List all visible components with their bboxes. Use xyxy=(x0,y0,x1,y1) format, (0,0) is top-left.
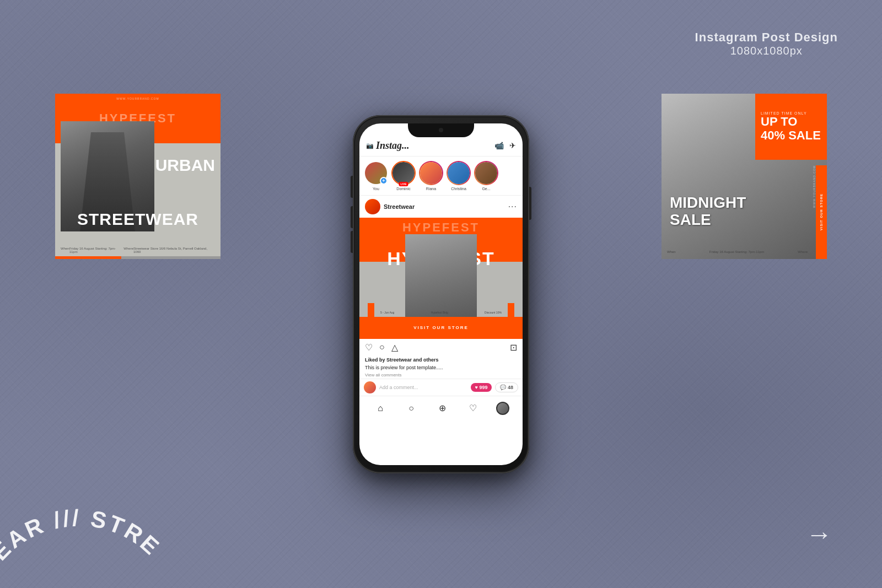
story-inner-christina xyxy=(448,162,470,184)
phone-outer: 📷 Instag... 📹 ✈ + You xyxy=(353,115,529,473)
story-item-christina[interactable]: Christina xyxy=(447,161,471,191)
right-card-sale-text: UP TO40% SALE xyxy=(761,115,821,142)
story-item-you[interactable]: + You xyxy=(364,161,388,191)
phone-screen: 📷 Instag... 📹 ✈ + You xyxy=(359,123,523,465)
left-card-bottom-bar xyxy=(55,256,220,259)
right-card-sale-block: LIMITED TIME ONLY UP TO40% SALE xyxy=(755,94,827,160)
poster-info: Streetwear xyxy=(365,199,415,214)
like-icon[interactable]: ♡ xyxy=(365,342,373,353)
poster-avatar xyxy=(365,199,380,214)
svg-text:WEAR /// STRE: WEAR /// STRE xyxy=(0,505,165,585)
top-label: Instagram Post Design 1080x1080px xyxy=(695,30,838,57)
left-card-when-label: When xyxy=(61,247,69,253)
story-item-ge[interactable]: Ge... xyxy=(474,161,498,191)
left-card-when-value: Friday 16 August Starting: 7pm-11pm xyxy=(69,247,124,253)
phone-mockup: 📷 Instag... 📹 ✈ + You xyxy=(353,115,529,473)
post-hypefest-ghost: HYPEFEST xyxy=(359,220,523,235)
comment-input[interactable]: Add a comment... xyxy=(379,385,467,390)
ig-nav-bar: ⌂ ○ ⊕ ♡ xyxy=(359,396,523,420)
story-inner-ge xyxy=(475,162,497,184)
story-label-ge: Ge... xyxy=(482,187,490,191)
ig-actions: ♡ ○ △ ⊡ xyxy=(359,339,523,356)
story-avatar-ge xyxy=(474,161,498,185)
ig-view-comments[interactable]: View all comments xyxy=(359,371,523,379)
bookmark-icon[interactable]: ⊡ xyxy=(510,343,517,352)
camera-icon: 📷 xyxy=(366,142,374,149)
ig-header-icons: 📹 ✈ xyxy=(494,141,516,150)
post-info-col2: Hypefest Bldg xyxy=(431,311,448,314)
curved-text: WEAR /// STRE xyxy=(0,417,165,588)
ig-add-comment: Add a comment... ♥ 999 💬 48 xyxy=(359,379,523,396)
top-label-title: Instagram Post Design xyxy=(695,30,838,45)
right-card-website: WWW.YOURBRAND.COM xyxy=(813,165,816,208)
ig-right-actions: ⊡ xyxy=(510,342,517,353)
nav-home-icon[interactable]: ⌂ xyxy=(373,401,388,416)
post-info-col1: 5 - Jun Aug xyxy=(380,311,394,314)
ig-logo: 📷 Instag... xyxy=(366,140,410,152)
story-inner-riana xyxy=(420,162,442,184)
instagram-ui: 📷 Instag... 📹 ✈ + You xyxy=(359,123,523,465)
story-item-dominic[interactable]: LIVE Dominic xyxy=(391,161,416,191)
story-label-you: You xyxy=(373,187,379,191)
nav-search-icon[interactable]: ○ xyxy=(404,401,419,416)
left-card-where-value: Streetwear Store 16/6 Nebula St, Parnell… xyxy=(133,247,215,253)
post-center-photo xyxy=(405,234,477,320)
top-label-subtitle: 1080x1080px xyxy=(695,45,838,57)
story-avatar-christina xyxy=(447,161,471,185)
left-card-bottom-info: When Friday 16 August Starting: 7pm-11pm… xyxy=(61,247,215,253)
right-card-midnight: MIDNIGHTSALE xyxy=(670,195,746,229)
add-story-icon: + xyxy=(380,177,388,185)
ig-left-actions: ♡ ○ △ xyxy=(365,342,398,353)
post-visit-text: VISIT OUR STORE xyxy=(413,325,469,330)
left-card-where-label: Where xyxy=(123,247,133,253)
story-avatar-you: + xyxy=(364,161,388,185)
left-card-urban: URBAN xyxy=(155,157,215,174)
story-label-christina: Christina xyxy=(451,187,466,191)
left-card: WWW.YOURBRAND.COM HYPEFEST URBAN STREETW… xyxy=(55,94,220,259)
post-orange-accent-right xyxy=(508,303,514,317)
ig-post-header: Streetwear ··· xyxy=(359,196,523,218)
right-card-visit-text: VISIT OUR STORE xyxy=(820,193,823,230)
post-more-icon[interactable]: ··· xyxy=(508,202,517,212)
poster-name: Streetwear xyxy=(384,203,415,210)
story-label-riana: Riana xyxy=(426,187,436,191)
left-card-streetwear: STREETWEAR xyxy=(55,210,220,229)
arrow-icon[interactable]: → xyxy=(806,519,832,549)
post-orange-footer: VISIT OUR STORE xyxy=(359,317,523,339)
ig-caption: This is preview for post template..... xyxy=(359,364,523,371)
share-icon[interactable]: △ xyxy=(391,342,398,353)
right-card-where-label: Where xyxy=(798,250,808,253)
post-info-row: 5 - Jun Aug Hypefest Bldg Discount 10% xyxy=(359,311,523,314)
like-counter: ♥ 999 xyxy=(471,383,492,392)
live-badge-dominic: LIVE xyxy=(399,182,408,186)
left-card-website: WWW.YOURBRAND.COM xyxy=(55,97,220,100)
phone-notch xyxy=(408,123,474,137)
story-inner-dominic xyxy=(392,162,415,184)
nav-heart-icon[interactable]: ♡ xyxy=(465,401,481,416)
ig-stories: + You LIVE Dominic xyxy=(359,157,523,196)
nav-profile-avatar[interactable] xyxy=(496,402,509,415)
story-item-riana[interactable]: Riana xyxy=(419,161,443,191)
ig-logo-text: Instag... xyxy=(376,140,410,152)
right-card-visit-store: VISIT OUR STORE xyxy=(816,165,827,259)
ig-likes: Liked by Streetwear and others xyxy=(359,356,523,364)
nav-add-icon[interactable]: ⊕ xyxy=(434,401,450,416)
send-icon[interactable]: ✈ xyxy=(509,141,516,150)
comment-counter: 💬 48 xyxy=(495,382,518,392)
right-card-when-value: Friday 16 August Starting: 7pm-11pm xyxy=(709,250,764,253)
story-avatar-riana xyxy=(419,161,443,185)
right-card: LIMITED TIME ONLY UP TO40% SALE MIDNIGHT… xyxy=(662,94,827,259)
story-avatar-dominic: LIVE xyxy=(391,161,416,185)
video-icon[interactable]: 📹 xyxy=(494,141,504,150)
post-image: HYPEFEST WWW.YOURBRAND.COM HYPEFEST 5 - … xyxy=(359,218,523,339)
post-orange-accent-left xyxy=(368,303,374,317)
right-card-bottom-info: When Friday 16 August Starting: 7pm-11pm… xyxy=(667,250,808,253)
story-label-dominic: Dominic xyxy=(396,187,410,191)
comment-icon[interactable]: ○ xyxy=(379,342,385,353)
right-card-when-label: When xyxy=(667,250,676,253)
post-info-col3: Discount 10% xyxy=(485,311,502,314)
comment-avatar xyxy=(364,381,376,393)
